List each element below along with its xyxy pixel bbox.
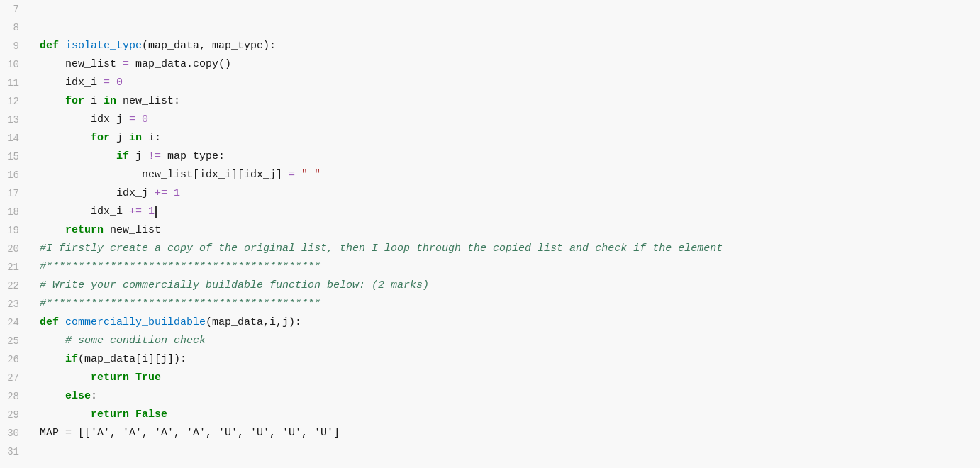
token-str: " " (301, 169, 321, 181)
line-number-26: 26 (6, 350, 19, 369)
code-line-17: return new_list (40, 221, 980, 240)
token-op: = (123, 58, 129, 70)
line-number-30: 30 (6, 424, 19, 442)
line-numbers: 7891011121314151617181920212223242526272… (0, 0, 28, 468)
line-number-25: 25 (6, 332, 19, 350)
token-plain: MAP = [['A', 'A', 'A', 'A', 'U', 'U', 'U… (40, 427, 340, 439)
code-line-8: new_list = map_data.copy() (40, 55, 980, 74)
code-line-26: if(map_data[i][j]): (40, 350, 980, 369)
token-num: 1 (148, 206, 155, 218)
token-kw: return (91, 408, 129, 420)
token-plain: map_type: (161, 150, 225, 162)
token-kw: else (65, 390, 91, 402)
line-number-23: 23 (6, 295, 19, 313)
token-plain (167, 187, 174, 199)
token-plain: new_list: (116, 95, 180, 107)
token-plain: (map_data[i][j]): (78, 353, 186, 365)
token-kw: for (65, 95, 84, 107)
code-editor: 7891011121314151617181920212223242526272… (0, 0, 980, 468)
code-line-7: def isolate_type(map_data, map_type): (40, 37, 980, 55)
code-line-15: idx_j += 1 (40, 184, 980, 203)
line-number-20: 20 (6, 240, 19, 258)
line-number-15: 15 (6, 147, 19, 166)
token-op: += (155, 187, 167, 199)
code-line-25: # some condition check (40, 332, 980, 350)
token-plain: map_data.copy() (129, 58, 231, 70)
token-fn: isolate_type (65, 40, 142, 52)
token-num: 0 (116, 77, 123, 89)
token-plain (40, 132, 91, 144)
token-kw: for (91, 132, 110, 144)
line-number-17: 17 (6, 184, 19, 203)
token-kw: def (40, 316, 65, 328)
line-number-18: 18 (6, 203, 19, 221)
line-number-24: 24 (6, 313, 19, 332)
token-fn: commercially_buildable (65, 316, 206, 328)
token-kw: def (40, 40, 65, 52)
token-plain (40, 224, 65, 236)
token-kw: if (65, 353, 78, 365)
cursor (155, 206, 157, 218)
code-line-10: for i in new_list: (40, 92, 980, 111)
code-line-9: idx_i = 0 (40, 74, 980, 92)
token-num: 1 (174, 187, 180, 199)
token-num: 0 (142, 113, 148, 126)
line-number-28: 28 (6, 387, 19, 406)
token-comment: #***************************************… (40, 261, 321, 273)
code-line-27: return True (40, 369, 980, 387)
token-plain (129, 408, 135, 420)
token-kw: True (135, 372, 161, 384)
code-line-11: idx_j = 0 (40, 111, 980, 129)
token-plain: idx_i (40, 206, 129, 218)
line-number-31: 31 (6, 442, 19, 461)
token-plain (40, 372, 91, 384)
code-line-31: MAP = [['A', 'A', 'A', 'A', 'U', 'U', 'U… (40, 424, 980, 442)
token-op: = (289, 169, 295, 181)
token-plain (135, 113, 142, 126)
line-number-14: 14 (6, 129, 19, 147)
token-plain: new_list[idx_i][idx_j] (40, 169, 289, 181)
code-line-21: #***************************************… (40, 258, 980, 277)
token-op: = (104, 77, 110, 89)
code-line-29: return False (40, 406, 980, 424)
line-number-21: 21 (6, 258, 19, 277)
line-number-22: 22 (6, 277, 19, 295)
token-comment: #I firstly create a copy of the original… (40, 243, 723, 255)
code-line-12: for j in i: (40, 129, 980, 147)
line-number-19: 19 (6, 221, 19, 240)
code-line-23: #***************************************… (40, 295, 980, 313)
token-plain: j (129, 150, 148, 162)
code-line-16: idx_i += 1 (40, 203, 980, 221)
token-plain (129, 372, 135, 384)
token-plain (40, 150, 116, 162)
code-line-22: # Write your commercially_buildable func… (40, 277, 980, 295)
line-number-10: 10 (6, 55, 19, 74)
token-kw: return (91, 372, 129, 384)
token-op: = (129, 113, 135, 126)
token-plain: j (110, 132, 129, 144)
code-line-24: def commercially_buildable(map_data,i,j)… (40, 313, 980, 332)
code-line-28: else: (40, 387, 980, 406)
line-number-7: 7 (6, 0, 19, 18)
token-plain (110, 77, 116, 89)
token-comment: #***************************************… (40, 298, 321, 310)
token-plain (142, 206, 148, 218)
token-plain: new_list (104, 224, 161, 236)
token-op: += (129, 206, 142, 218)
line-number-9: 9 (6, 37, 19, 55)
line-number-13: 13 (6, 111, 19, 129)
token-plain: new_list (40, 58, 123, 70)
token-kw: return (65, 224, 104, 236)
token-plain: i (84, 95, 104, 107)
token-plain (40, 390, 65, 402)
token-plain: : (91, 390, 97, 402)
line-number-29: 29 (6, 406, 19, 424)
code-line-19: #I firstly create a copy of the original… (40, 240, 980, 258)
token-kw: if (116, 150, 129, 162)
code-area[interactable]: def isolate_type(map_data, map_type): ne… (28, 0, 980, 468)
token-kw: in (129, 132, 142, 144)
token-plain: (map_data,i,j): (206, 316, 301, 328)
line-number-8: 8 (6, 18, 19, 37)
token-plain (40, 408, 91, 420)
token-kw: in (104, 95, 116, 107)
